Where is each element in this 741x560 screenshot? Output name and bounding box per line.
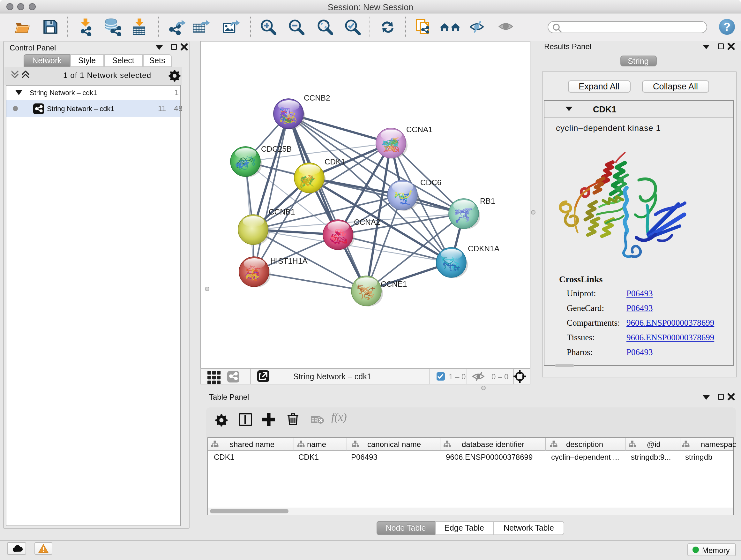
svg-text:CDC25B: CDC25B <box>261 144 292 153</box>
svg-text:CDC6: CDC6 <box>420 178 441 186</box>
svg-text:?: ? <box>724 20 731 34</box>
svg-text:RB1: RB1 <box>480 196 495 205</box>
svg-text:HIST1H1A: HIST1H1A <box>270 256 308 265</box>
svg-text:CDKN1A: CDKN1A <box>468 244 500 253</box>
svg-text:CCNE1: CCNE1 <box>381 279 407 288</box>
svg-text:CCNB2: CCNB2 <box>304 93 330 102</box>
svg-text:CCNA1: CCNA1 <box>406 125 433 133</box>
svg-text:CCNA2: CCNA2 <box>354 217 381 226</box>
svg-text:CCNB1: CCNB1 <box>269 207 295 216</box>
svg-text:CDK1: CDK1 <box>325 157 345 166</box>
